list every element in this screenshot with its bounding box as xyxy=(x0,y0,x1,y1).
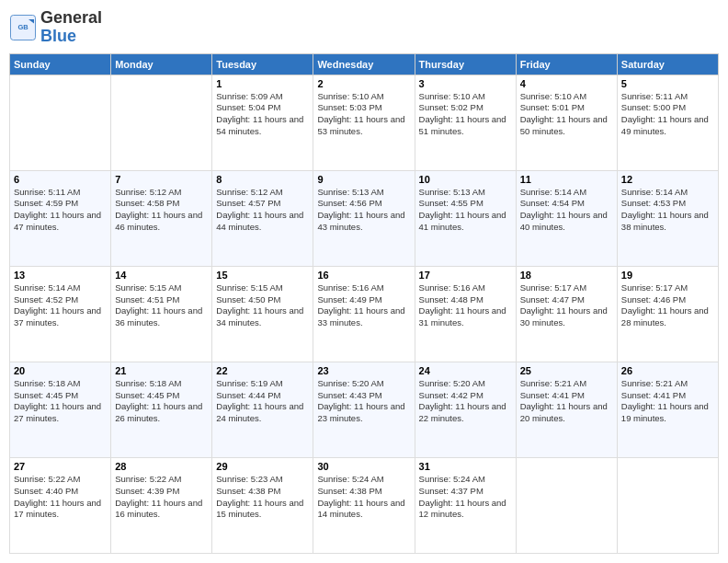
day-number: 31 xyxy=(419,461,512,472)
day-info: Sunrise: 5:11 AMSunset: 4:59 PMDaylight:… xyxy=(14,187,107,234)
calendar-cell: 30Sunrise: 5:24 AMSunset: 4:38 PMDayligh… xyxy=(313,457,415,553)
calendar-cell: 24Sunrise: 5:20 AMSunset: 4:42 PMDayligh… xyxy=(415,362,516,457)
day-info: Sunrise: 5:15 AMSunset: 4:50 PMDaylight:… xyxy=(216,282,309,329)
day-number: 28 xyxy=(115,461,208,472)
col-monday: Monday xyxy=(111,53,212,75)
calendar-cell: 17Sunrise: 5:16 AMSunset: 4:48 PMDayligh… xyxy=(415,266,516,362)
calendar-cell: 22Sunrise: 5:19 AMSunset: 4:44 PMDayligh… xyxy=(212,362,313,457)
calendar-cell: 3Sunrise: 5:10 AMSunset: 5:02 PMDaylight… xyxy=(415,75,516,170)
calendar-cell: 15Sunrise: 5:15 AMSunset: 4:50 PMDayligh… xyxy=(212,266,313,362)
day-info: Sunrise: 5:22 AMSunset: 4:40 PMDaylight:… xyxy=(14,474,107,521)
day-info: Sunrise: 5:14 AMSunset: 4:52 PMDaylight:… xyxy=(14,282,107,329)
day-info: Sunrise: 5:22 AMSunset: 4:39 PMDaylight:… xyxy=(115,474,208,521)
day-info: Sunrise: 5:17 AMSunset: 4:46 PMDaylight:… xyxy=(621,282,714,329)
calendar-cell: 13Sunrise: 5:14 AMSunset: 4:52 PMDayligh… xyxy=(10,266,111,362)
calendar-week-row: 27Sunrise: 5:22 AMSunset: 4:40 PMDayligh… xyxy=(10,457,719,553)
calendar-cell: 8Sunrise: 5:12 AMSunset: 4:57 PMDaylight… xyxy=(212,170,313,266)
header: GB General Blue xyxy=(9,9,719,46)
day-number: 11 xyxy=(520,174,613,185)
day-info: Sunrise: 5:20 AMSunset: 4:43 PMDaylight:… xyxy=(317,378,410,425)
logo-icon: GB xyxy=(9,14,37,41)
day-number: 8 xyxy=(216,174,309,185)
day-info: Sunrise: 5:15 AMSunset: 4:51 PMDaylight:… xyxy=(115,282,208,329)
day-info: Sunrise: 5:12 AMSunset: 4:58 PMDaylight:… xyxy=(115,187,208,234)
day-number: 9 xyxy=(317,174,410,185)
day-info: Sunrise: 5:17 AMSunset: 4:47 PMDaylight:… xyxy=(520,282,613,329)
day-number: 1 xyxy=(216,78,309,89)
calendar-table: Sunday Monday Tuesday Wednesday Thursday… xyxy=(9,53,719,554)
calendar-cell xyxy=(617,457,718,553)
day-info: Sunrise: 5:12 AMSunset: 4:57 PMDaylight:… xyxy=(216,187,309,234)
day-number: 22 xyxy=(216,365,309,376)
day-number: 25 xyxy=(520,365,613,376)
calendar-cell: 29Sunrise: 5:23 AMSunset: 4:38 PMDayligh… xyxy=(212,457,313,553)
day-info: Sunrise: 5:13 AMSunset: 4:56 PMDaylight:… xyxy=(317,187,410,234)
day-number: 3 xyxy=(419,78,512,89)
day-number: 2 xyxy=(317,78,410,89)
calendar-week-row: 13Sunrise: 5:14 AMSunset: 4:52 PMDayligh… xyxy=(10,266,719,362)
day-info: Sunrise: 5:18 AMSunset: 4:45 PMDaylight:… xyxy=(115,378,208,425)
calendar-cell xyxy=(111,75,212,170)
calendar-cell: 1Sunrise: 5:09 AMSunset: 5:04 PMDaylight… xyxy=(212,75,313,170)
calendar-cell: 4Sunrise: 5:10 AMSunset: 5:01 PMDaylight… xyxy=(516,75,617,170)
calendar-cell: 20Sunrise: 5:18 AMSunset: 4:45 PMDayligh… xyxy=(10,362,111,457)
col-saturday: Saturday xyxy=(617,53,718,75)
day-info: Sunrise: 5:10 AMSunset: 5:02 PMDaylight:… xyxy=(419,91,512,138)
calendar-cell: 27Sunrise: 5:22 AMSunset: 4:40 PMDayligh… xyxy=(10,457,111,553)
calendar-cell: 2Sunrise: 5:10 AMSunset: 5:03 PMDaylight… xyxy=(313,75,415,170)
calendar-cell: 11Sunrise: 5:14 AMSunset: 4:54 PMDayligh… xyxy=(516,170,617,266)
calendar-week-row: 1Sunrise: 5:09 AMSunset: 5:04 PMDaylight… xyxy=(10,75,719,170)
day-number: 20 xyxy=(14,365,107,376)
calendar-cell xyxy=(516,457,617,553)
day-number: 19 xyxy=(621,270,714,281)
day-number: 17 xyxy=(419,270,512,281)
day-info: Sunrise: 5:14 AMSunset: 4:54 PMDaylight:… xyxy=(520,187,613,234)
day-info: Sunrise: 5:14 AMSunset: 4:53 PMDaylight:… xyxy=(621,187,714,234)
day-info: Sunrise: 5:16 AMSunset: 4:48 PMDaylight:… xyxy=(419,282,512,329)
calendar-cell: 7Sunrise: 5:12 AMSunset: 4:58 PMDaylight… xyxy=(111,170,212,266)
day-info: Sunrise: 5:16 AMSunset: 4:49 PMDaylight:… xyxy=(317,282,410,329)
day-info: Sunrise: 5:21 AMSunset: 4:41 PMDaylight:… xyxy=(520,378,613,425)
logo-text: General Blue xyxy=(40,9,102,46)
day-number: 30 xyxy=(317,461,410,472)
day-number: 13 xyxy=(14,270,107,281)
page: GB General Blue Sunday Monday Tuesday We… xyxy=(0,0,728,563)
day-info: Sunrise: 5:19 AMSunset: 4:44 PMDaylight:… xyxy=(216,378,309,425)
day-info: Sunrise: 5:21 AMSunset: 4:41 PMDaylight:… xyxy=(621,378,714,425)
calendar-cell: 9Sunrise: 5:13 AMSunset: 4:56 PMDaylight… xyxy=(313,170,415,266)
day-info: Sunrise: 5:09 AMSunset: 5:04 PMDaylight:… xyxy=(216,91,309,138)
day-number: 12 xyxy=(621,174,714,185)
day-number: 18 xyxy=(520,270,613,281)
calendar-cell: 25Sunrise: 5:21 AMSunset: 4:41 PMDayligh… xyxy=(516,362,617,457)
day-number: 21 xyxy=(115,365,208,376)
day-number: 7 xyxy=(115,174,208,185)
day-info: Sunrise: 5:10 AMSunset: 5:01 PMDaylight:… xyxy=(520,91,613,138)
col-tuesday: Tuesday xyxy=(212,53,313,75)
day-number: 10 xyxy=(419,174,512,185)
day-info: Sunrise: 5:23 AMSunset: 4:38 PMDaylight:… xyxy=(216,474,309,521)
calendar-cell: 23Sunrise: 5:20 AMSunset: 4:43 PMDayligh… xyxy=(313,362,415,457)
day-number: 14 xyxy=(115,270,208,281)
calendar-cell: 18Sunrise: 5:17 AMSunset: 4:47 PMDayligh… xyxy=(516,266,617,362)
calendar-cell: 12Sunrise: 5:14 AMSunset: 4:53 PMDayligh… xyxy=(617,170,718,266)
calendar-cell: 14Sunrise: 5:15 AMSunset: 4:51 PMDayligh… xyxy=(111,266,212,362)
logo: GB General Blue xyxy=(9,9,102,46)
calendar-cell: 21Sunrise: 5:18 AMSunset: 4:45 PMDayligh… xyxy=(111,362,212,457)
day-number: 15 xyxy=(216,270,309,281)
day-info: Sunrise: 5:13 AMSunset: 4:55 PMDaylight:… xyxy=(419,187,512,234)
calendar-cell: 5Sunrise: 5:11 AMSunset: 5:00 PMDaylight… xyxy=(617,75,718,170)
day-number: 6 xyxy=(14,174,107,185)
day-info: Sunrise: 5:24 AMSunset: 4:38 PMDaylight:… xyxy=(317,474,410,521)
calendar-cell: 19Sunrise: 5:17 AMSunset: 4:46 PMDayligh… xyxy=(617,266,718,362)
day-number: 29 xyxy=(216,461,309,472)
day-info: Sunrise: 5:11 AMSunset: 5:00 PMDaylight:… xyxy=(621,91,714,138)
calendar-header-row: Sunday Monday Tuesday Wednesday Thursday… xyxy=(10,53,719,75)
day-number: 27 xyxy=(14,461,107,472)
day-info: Sunrise: 5:18 AMSunset: 4:45 PMDaylight:… xyxy=(14,378,107,425)
calendar-week-row: 20Sunrise: 5:18 AMSunset: 4:45 PMDayligh… xyxy=(10,362,719,457)
col-wednesday: Wednesday xyxy=(313,53,415,75)
day-info: Sunrise: 5:24 AMSunset: 4:37 PMDaylight:… xyxy=(419,474,512,521)
col-friday: Friday xyxy=(516,53,617,75)
day-number: 26 xyxy=(621,365,714,376)
day-number: 24 xyxy=(419,365,512,376)
